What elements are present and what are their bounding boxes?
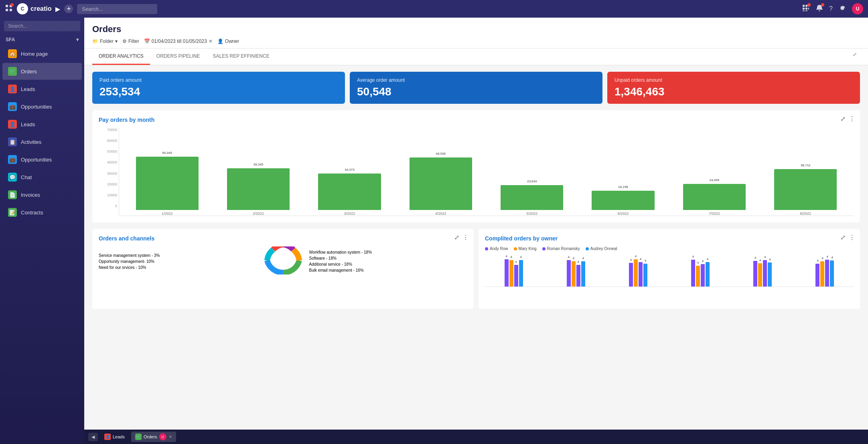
sidebar-item-contracts-label: Contracts xyxy=(21,210,43,216)
sidebar-section-chevron: ▾ xyxy=(76,37,79,42)
apps-icon[interactable] xyxy=(5,4,13,14)
svg-rect-2 xyxy=(6,9,8,11)
bar: 50,345 xyxy=(136,157,199,210)
contracts-icon: 📝 xyxy=(8,208,17,217)
roman-dot xyxy=(542,247,546,250)
completed-menu-icon[interactable]: ⋮ xyxy=(849,234,855,241)
svg-rect-11 xyxy=(805,10,807,11)
label-need-services: Need for our srvices - 10% xyxy=(99,265,257,270)
tab-orders-pipeline[interactable]: ORDERS PIPELINE xyxy=(150,48,207,65)
completed-chart-actions[interactable]: ⤢ ⋮ xyxy=(840,234,855,241)
bar-group: 50,345 1/2022 xyxy=(122,128,212,216)
orders-channels-actions[interactable]: ⤢ ⋮ xyxy=(454,234,469,241)
page-filters: 📁 Folder ▾ ⚙ Filter 📅 01/04/2023 till 01… xyxy=(92,38,860,44)
expand-orders-channels-icon[interactable]: ⤢ xyxy=(454,234,459,241)
filter-btn[interactable]: ⚙ Filter xyxy=(122,38,139,44)
help-icon[interactable]: ? xyxy=(829,5,833,12)
taskbar-close-btn[interactable]: × xyxy=(169,434,172,440)
folder-filter-btn[interactable]: 📁 Folder ▾ xyxy=(92,38,118,44)
paid-orders-value: 253,534 xyxy=(99,85,338,98)
bar: 24,459 xyxy=(683,184,746,210)
label-workflow: Workflow automation system - 18% xyxy=(309,250,468,254)
taskbar-leads-btn[interactable]: 👤 Leads xyxy=(100,432,129,442)
chart-actions[interactable]: ⤢ ⋮ xyxy=(840,115,855,123)
bottom-charts: Orders and channels ⤢ ⋮ Service manageme… xyxy=(92,229,860,309)
sidebar-section-sfa[interactable]: SFA ▾ xyxy=(0,34,84,45)
svg-rect-7 xyxy=(803,8,805,10)
page-header: Orders 📁 Folder ▾ ⚙ Filter 📅 01/04/2023 … xyxy=(84,18,868,48)
pay-orders-chart-title: Pay orders by month xyxy=(99,117,854,123)
grid-notification-dot xyxy=(807,3,811,6)
sidebar-item-chat[interactable]: 💬 Chat xyxy=(2,169,82,186)
sidebar-item-contracts[interactable]: 📝 Contracts xyxy=(2,204,82,221)
sidebar-item-orders[interactable]: 🛒 Orders xyxy=(2,63,82,80)
page-title: Orders xyxy=(92,24,860,34)
taskbar-orders-icon: 🛒 xyxy=(135,434,142,440)
taskbar-user-avatar: U xyxy=(159,433,166,440)
expand-chart-icon[interactable]: ⤢ xyxy=(840,115,846,123)
bar: 34,373 xyxy=(318,174,381,210)
sidebar-item-opportunities2[interactable]: 💼 Opportunities xyxy=(2,151,82,168)
legend-mary: Mary King xyxy=(514,246,537,251)
sidebar-item-leads2-label: Leads xyxy=(21,121,35,127)
mini-bar: 4 xyxy=(825,260,829,287)
bar-group: 39,345 2/2022 xyxy=(213,128,303,216)
mini-bar-value: 4 xyxy=(515,260,517,264)
user-avatar[interactable]: U xyxy=(852,3,863,14)
mini-bar: 4 xyxy=(514,265,518,287)
grouped-bar-set: 4444 xyxy=(672,258,729,287)
sidebar-search-input[interactable] xyxy=(4,21,80,31)
tab-sales-rep[interactable]: SALES REP EFFINIENCE xyxy=(207,48,276,65)
activities-icon: 📋 xyxy=(8,137,17,146)
settings-icon[interactable] xyxy=(838,4,846,14)
tab-order-analytics[interactable]: ORDER ANALYTICS xyxy=(92,48,150,65)
notification-bell[interactable] xyxy=(815,4,823,14)
sidebar-item-activities[interactable]: 📋 Activities xyxy=(2,133,82,150)
date-filter-clear[interactable]: ✕ xyxy=(209,38,213,44)
calendar-icon: 📅 xyxy=(144,38,150,44)
sidebar-item-home[interactable]: 🏠 Home page xyxy=(2,45,82,62)
grouped-bar-set: 4444 xyxy=(547,258,604,287)
donut-chart-wrap: Service management system - 3% Opportuni… xyxy=(99,246,467,276)
grouped-bar-set: 4444 xyxy=(609,258,667,287)
sidebar-item-opportunities[interactable]: 💼 Opportunities xyxy=(2,98,82,115)
sidebar-item-invoices-label: Invoices xyxy=(21,192,40,198)
mini-bar: 4 xyxy=(643,264,647,287)
logo-icon: C xyxy=(17,3,28,14)
expand-completed-icon[interactable]: ⤢ xyxy=(840,234,846,241)
mini-bar: 4 xyxy=(509,260,513,287)
taskbar-orders-btn[interactable]: 🛒 Orders U × xyxy=(131,432,176,442)
bar: 18,158 xyxy=(592,191,654,210)
bar-value: 24,459 xyxy=(710,178,719,182)
play-button[interactable]: ▶ xyxy=(55,5,60,13)
completed-orders-chart: Complited orders by owner ⤢ ⋮ Andy Row M… xyxy=(479,229,860,309)
owner-filter[interactable]: 👤 Owner xyxy=(217,38,239,44)
main-layout: SFA ▾ 🏠 Home page 🛒 Orders 👤 Leads 💼 Opp… xyxy=(0,18,868,444)
chart-menu-icon[interactable]: ⋮ xyxy=(849,115,855,123)
sidebar-item-opportunities-label: Opportunities xyxy=(21,104,52,110)
sidebar-item-leads2[interactable]: 👤 Leads xyxy=(2,116,82,133)
bar: 39,345 xyxy=(227,168,290,210)
mini-bar: 4 xyxy=(691,260,695,287)
add-button[interactable]: + xyxy=(64,4,73,13)
sidebar-item-leads1[interactable]: 👤 Leads xyxy=(2,81,82,97)
orders-channels-menu-icon[interactable]: ⋮ xyxy=(462,234,469,241)
content-area: Orders 📁 Folder ▾ ⚙ Filter 📅 01/04/2023 … xyxy=(84,18,868,444)
bar-label: 4/2022 xyxy=(435,212,446,216)
fullscreen-btn[interactable]: ⤢ xyxy=(850,48,860,65)
grid-apps-icon[interactable] xyxy=(802,4,810,14)
mini-bar-value: 4 xyxy=(505,254,507,258)
completed-legend: Andy Row Mary King Roman Romansky A xyxy=(485,246,854,251)
topbar-search-input[interactable] xyxy=(77,4,157,14)
grouped-bars-wrap: 4444 xyxy=(567,258,585,287)
metric-cards: Paid orders amount 253,534 Average order… xyxy=(92,72,860,104)
mini-bar: 4 xyxy=(768,262,772,287)
label-bulk-email: Bulk email management - 16% xyxy=(309,268,468,272)
brand-name: creatio xyxy=(30,5,51,12)
unpaid-orders-label: Unpaid orders amount xyxy=(614,77,853,83)
taskbar-collapse-btn[interactable]: ◀ xyxy=(88,433,98,441)
mini-bar-value: 4 xyxy=(630,258,632,262)
bar-value: 39,345 xyxy=(254,163,263,166)
tabs-bar: ORDER ANALYTICS ORDERS PIPELINE SALES RE… xyxy=(84,48,868,65)
sidebar-item-invoices[interactable]: 📄 Invoices xyxy=(2,186,82,203)
